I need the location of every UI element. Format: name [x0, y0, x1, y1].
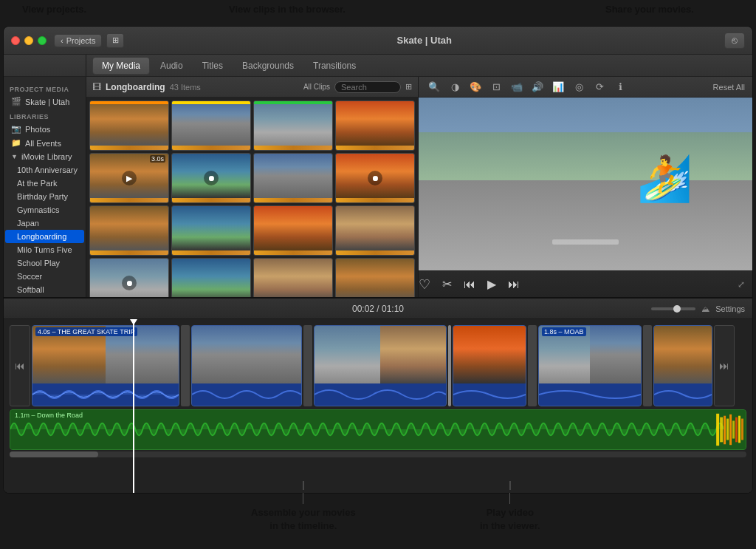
- viewer-panel: 🔍 ◑ 🎨 ⊡ 📹 🔊 📊 ◎ ⟳ ℹ Reset All: [419, 77, 752, 297]
- volume-icon[interactable]: 🔊: [529, 79, 546, 95]
- clip-thumb[interactable]: [335, 100, 415, 151]
- sidebar-item-imovie-library[interactable]: ▼ iMovie Library: [5, 150, 84, 163]
- fullscreen-icon[interactable]: ⤢: [738, 279, 745, 290]
- clip-label: 1.8s – MOAB: [542, 327, 586, 336]
- sidebar-item-school-play[interactable]: School Play: [5, 256, 84, 270]
- stabilize-icon[interactable]: 📹: [509, 79, 525, 95]
- transition-marker[interactable]: [181, 325, 190, 406]
- track-clip-great-skate[interactable]: 4.0s – THE GREAT SKATE TRIP: [32, 325, 179, 406]
- tab-titles[interactable]: Titles: [193, 58, 232, 74]
- playhead-triangle: [130, 319, 137, 325]
- zoom-slider[interactable]: [651, 307, 695, 310]
- track-clip-wheel[interactable]: [453, 325, 526, 406]
- sidebar-item-project[interactable]: 🎬 Skate | Utah: [5, 95, 84, 109]
- clip-thumb[interactable]: ⏺: [171, 153, 251, 203]
- reset-all-button[interactable]: Reset All: [713, 83, 745, 92]
- track-clip-c[interactable]: [314, 325, 447, 406]
- close-button[interactable]: [11, 36, 20, 45]
- clip-thumb[interactable]: [253, 100, 333, 151]
- track-clip-f[interactable]: [653, 325, 712, 406]
- clip-thumb[interactable]: [89, 100, 169, 151]
- browser-panel: 🎞 Longboarding 43 Items All Clips ⊞: [86, 77, 419, 297]
- skip-to-end-button[interactable]: ⏭: [714, 325, 735, 406]
- clip-thumb[interactable]: [335, 205, 415, 256]
- clip-audio-waveform: [453, 383, 526, 406]
- reject-button[interactable]: ✂: [442, 277, 452, 291]
- projects-button[interactable]: ‹ Projects: [54, 34, 102, 47]
- tab-my-media[interactable]: My Media: [92, 57, 150, 75]
- sidebar-item-at-the-park[interactable]: At the Park: [5, 177, 84, 190]
- tab-audio[interactable]: Audio: [151, 58, 192, 74]
- tab-transitions[interactable]: Transitions: [304, 58, 365, 74]
- transition-marker[interactable]: [528, 325, 537, 406]
- sidebar-item-softball[interactable]: Softball: [5, 283, 84, 296]
- tab-backgrounds[interactable]: Backgrounds: [233, 58, 303, 74]
- mountain-icon: ⛰: [701, 304, 709, 313]
- photos-icon: 📷: [11, 124, 21, 134]
- libraries-label: LIBRARIES: [4, 109, 86, 122]
- project-media-label: PROJECT MEDIA: [4, 81, 86, 95]
- filter-dropdown[interactable]: All Clips: [303, 83, 330, 91]
- minimize-button[interactable]: [24, 36, 33, 45]
- clip-thumb[interactable]: ⏺: [335, 153, 415, 203]
- sidebar-item-all-events[interactable]: 📁 All Events: [5, 136, 84, 150]
- search-tool-icon[interactable]: 🔍: [426, 79, 442, 95]
- rewind-icon: ⏮: [464, 278, 475, 291]
- clip-audio-waveform: [192, 383, 301, 406]
- sidebar: PROJECT MEDIA 🎬 Skate | Utah LIBRARIES 📷…: [4, 77, 86, 297]
- chevron-left-icon: ‹: [61, 36, 63, 45]
- clip-thumb[interactable]: [89, 205, 169, 256]
- transition-marker[interactable]: [303, 325, 312, 406]
- settings-button[interactable]: Settings: [715, 304, 745, 313]
- annotation-view-clips: View clips in the browser.: [229, 4, 346, 16]
- clip-thumb[interactable]: [171, 100, 251, 151]
- skip-end-icon: ⏭: [719, 360, 729, 372]
- clip-thumb[interactable]: ⏺: [89, 258, 169, 297]
- sidebar-item-10th-anniversary[interactable]: 10th Anniversary: [5, 163, 84, 177]
- sidebar-item-longboarding[interactable]: Longboarding: [5, 230, 84, 243]
- clip-thumb[interactable]: [253, 205, 333, 256]
- rewind-button[interactable]: ⏮: [464, 278, 475, 291]
- track-clip-moab[interactable]: 1.8s – MOAB: [538, 325, 642, 406]
- timeline-settings: ⛰ Settings: [651, 304, 745, 313]
- speed-icon[interactable]: ⟳: [591, 79, 608, 95]
- svg-rect-3: [724, 416, 726, 445]
- sidebar-item-japan[interactable]: Japan: [5, 216, 84, 230]
- audio-track-label: 1.1m – Down the Road: [15, 412, 83, 419]
- transition-marker[interactable]: [643, 325, 652, 406]
- clip-thumb[interactable]: ▶ 3.0s: [89, 153, 169, 203]
- sidebar-item-birthday-party[interactable]: Birthday Party: [5, 190, 84, 203]
- color-balance-icon[interactable]: ◑: [447, 79, 463, 95]
- clip-divider: [448, 325, 451, 406]
- share-button[interactable]: ⎋: [724, 33, 745, 49]
- content-area: PROJECT MEDIA 🎬 Skate | Utah LIBRARIES 📷…: [4, 77, 752, 297]
- timeline-scrollbar-thumb[interactable]: [10, 451, 98, 457]
- track-clip-b[interactable]: [191, 325, 302, 406]
- browser-toolbar-left: 🎞 Longboarding 43 Items: [92, 82, 201, 92]
- clip-thumb[interactable]: [253, 153, 333, 203]
- clip-thumb[interactable]: [335, 258, 415, 297]
- clip-thumb[interactable]: [171, 205, 251, 256]
- timeline-scrollbar[interactable]: [10, 451, 746, 457]
- fast-forward-button[interactable]: ⏭: [508, 278, 520, 291]
- clip-thumb[interactable]: [171, 258, 251, 297]
- crop-icon[interactable]: ⊡: [488, 79, 504, 95]
- color-correction-icon[interactable]: 🎨: [467, 79, 484, 95]
- search-input[interactable]: [334, 81, 401, 93]
- clip-thumb[interactable]: [253, 258, 333, 297]
- sidebar-item-photos[interactable]: 📷 Photos: [5, 122, 84, 136]
- sidebar-item-gymnastics[interactable]: Gymnastics: [5, 203, 84, 216]
- skip-to-start-button[interactable]: ⏮: [10, 325, 30, 406]
- favorite-button[interactable]: ♡: [419, 276, 430, 293]
- sidebar-item-milo[interactable]: Milo Turns Five: [5, 243, 84, 256]
- zoom-knob[interactable]: [673, 305, 681, 313]
- heart-icon: ♡: [419, 276, 430, 293]
- eq-icon[interactable]: 📊: [550, 79, 566, 95]
- noise-icon[interactable]: ◎: [571, 79, 587, 95]
- grid-view-icon[interactable]: ⊞: [405, 82, 412, 92]
- play-button[interactable]: ▶: [487, 277, 496, 291]
- sidebar-item-soccer[interactable]: Soccer: [5, 270, 84, 283]
- view-toggle-button[interactable]: ⊞: [106, 33, 124, 48]
- fullscreen-button[interactable]: [38, 36, 47, 45]
- info-icon[interactable]: ℹ: [612, 79, 628, 95]
